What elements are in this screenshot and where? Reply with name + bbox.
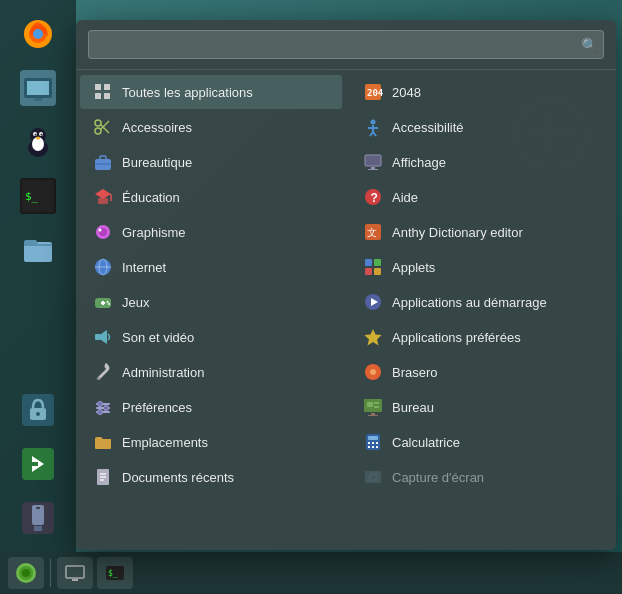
svg-point-13 bbox=[41, 134, 43, 136]
svg-point-52 bbox=[108, 303, 110, 305]
sound-icon bbox=[92, 326, 114, 348]
search-input[interactable] bbox=[88, 30, 604, 59]
menu-item-label-2048: 2048 bbox=[392, 85, 421, 100]
menu-item-label-applets: Applets bbox=[392, 260, 435, 275]
help-icon: ? bbox=[362, 186, 384, 208]
svg-rect-108 bbox=[66, 566, 84, 578]
menu-item-2048[interactable]: 20482048 bbox=[350, 75, 612, 109]
svg-marker-54 bbox=[101, 330, 107, 344]
games-icon bbox=[92, 291, 114, 313]
svg-rect-100 bbox=[368, 446, 370, 448]
menu-item-applets[interactable]: Applets bbox=[350, 250, 612, 284]
menu-item-sound-video[interactable]: Son et vidéo bbox=[80, 320, 342, 354]
menu-item-places[interactable]: Emplacements bbox=[80, 425, 342, 459]
svg-rect-40 bbox=[98, 198, 108, 204]
svg-rect-6 bbox=[34, 98, 42, 101]
svg-point-21 bbox=[36, 412, 40, 416]
svg-point-59 bbox=[98, 402, 103, 407]
svg-rect-93 bbox=[371, 413, 375, 415]
menu-item-accessories[interactable]: Accessoires bbox=[80, 110, 342, 144]
svg-rect-82 bbox=[365, 268, 372, 275]
sidebar-icon-terminal[interactable]: $_ bbox=[14, 172, 62, 220]
menu-item-label-games: Jeux bbox=[122, 295, 149, 310]
menu-item-accessibility[interactable]: Accessibilité bbox=[350, 110, 612, 144]
menu-item-label-brasero: Brasero bbox=[392, 365, 438, 380]
menu-item-games[interactable]: Jeux bbox=[80, 285, 342, 319]
menu-item-startup[interactable]: Applications au démarrage bbox=[350, 285, 612, 319]
svg-rect-102 bbox=[376, 446, 378, 448]
menu-item-help[interactable]: ?Aide bbox=[350, 180, 612, 214]
taskbar-terminal[interactable]: $_ bbox=[97, 557, 133, 589]
svg-rect-30 bbox=[95, 93, 101, 99]
search-bar: 🔍 bbox=[76, 20, 616, 70]
svg-rect-75 bbox=[368, 169, 378, 170]
brasero-icon bbox=[362, 361, 384, 383]
svg-rect-90 bbox=[367, 402, 373, 407]
menu-item-screenshot[interactable]: Capture d'écran bbox=[350, 460, 612, 494]
sidebar-icon-firefox[interactable] bbox=[14, 10, 62, 58]
applets-icon bbox=[362, 256, 384, 278]
accessibility-icon bbox=[362, 116, 384, 138]
menu-item-recent[interactable]: Documents récents bbox=[80, 460, 342, 494]
menu-item-calc[interactable]: Calculatrice bbox=[350, 425, 612, 459]
menu-item-label-education: Éducation bbox=[122, 190, 180, 205]
menu-item-display[interactable]: Affichage bbox=[350, 145, 612, 179]
menu-item-label-startup: Applications au démarrage bbox=[392, 295, 547, 310]
taskbar-bottom: $_ bbox=[0, 552, 622, 594]
menu-item-label-anthy: Anthy Dictionary editor bbox=[392, 225, 523, 240]
menu-item-label-admin: Administration bbox=[122, 365, 204, 380]
svg-rect-26 bbox=[34, 526, 42, 531]
menu-item-preferred[interactable]: Applications préférées bbox=[350, 320, 612, 354]
menu-item-label-preferences: Préférences bbox=[122, 400, 192, 415]
sidebar-icon-pidgin[interactable] bbox=[14, 118, 62, 166]
sidebar-icon-files[interactable] bbox=[14, 226, 62, 274]
svg-text:$_: $_ bbox=[108, 569, 118, 578]
desktop: ⊕ bbox=[0, 0, 622, 594]
menu-item-office[interactable]: Bureautique bbox=[80, 145, 342, 179]
scissors-icon bbox=[92, 116, 114, 138]
svg-text:文: 文 bbox=[367, 227, 377, 238]
sidebar-icon-system[interactable] bbox=[14, 64, 62, 112]
menu-item-admin[interactable]: Administration bbox=[80, 355, 342, 389]
screenshot-icon bbox=[362, 466, 384, 488]
sidebar-left: $_ bbox=[0, 0, 76, 552]
svg-point-44 bbox=[99, 229, 102, 232]
menu-item-brasero[interactable]: Brasero bbox=[350, 355, 612, 389]
taskbar-mint-menu[interactable] bbox=[8, 557, 44, 589]
sidebar-icon-logout[interactable] bbox=[14, 440, 62, 488]
preferences-icon bbox=[92, 396, 114, 418]
svg-rect-91 bbox=[374, 402, 379, 404]
svg-point-61 bbox=[98, 410, 103, 415]
globe-icon bbox=[92, 256, 114, 278]
svg-rect-73 bbox=[365, 155, 381, 166]
menu-item-anthy[interactable]: 文Anthy Dictionary editor bbox=[350, 215, 612, 249]
menu-item-graphics[interactable]: Graphisme bbox=[80, 215, 342, 249]
briefcase-icon bbox=[92, 151, 114, 173]
menu-item-label-recent: Documents récents bbox=[122, 470, 234, 485]
menu-item-internet[interactable]: Internet bbox=[80, 250, 342, 284]
svg-rect-94 bbox=[368, 415, 378, 416]
menu-item-label-preferred: Applications préférées bbox=[392, 330, 521, 345]
menu-item-all-apps[interactable]: Toutes les applications bbox=[80, 75, 342, 109]
paint-icon bbox=[92, 221, 114, 243]
svg-rect-97 bbox=[368, 442, 370, 444]
taskbar-show-desktop[interactable] bbox=[57, 557, 93, 589]
menu-item-preferences[interactable]: Préférences bbox=[80, 390, 342, 424]
menu-columns: Toutes les applicationsAccessoiresBureau… bbox=[76, 70, 616, 540]
svg-rect-81 bbox=[374, 259, 381, 266]
menu-item-label-all-apps: Toutes les applications bbox=[122, 85, 253, 100]
svg-point-88 bbox=[370, 369, 376, 375]
sidebar-icon-lock[interactable] bbox=[14, 386, 62, 434]
svg-line-72 bbox=[373, 132, 376, 136]
doc-icon bbox=[92, 466, 114, 488]
menu-item-education[interactable]: Éducation bbox=[80, 180, 342, 214]
svg-rect-96 bbox=[368, 436, 378, 440]
menu-item-label-screenshot: Capture d'écran bbox=[392, 470, 484, 485]
menu-item-bureau[interactable]: Bureau bbox=[350, 390, 612, 424]
folder-icon bbox=[92, 431, 114, 453]
calc-icon bbox=[362, 431, 384, 453]
svg-point-68 bbox=[371, 120, 376, 125]
display-icon bbox=[362, 151, 384, 173]
sidebar-icon-phone[interactable] bbox=[14, 494, 62, 542]
svg-rect-28 bbox=[95, 84, 101, 90]
